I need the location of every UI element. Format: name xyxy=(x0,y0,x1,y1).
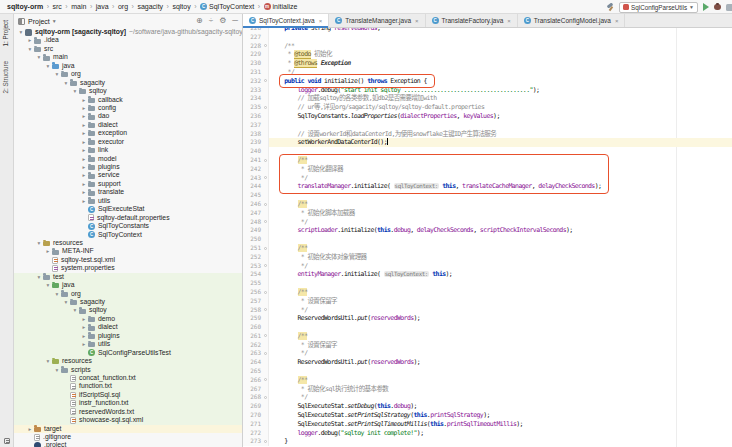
tree-row-utils[interactable]: ▸utils xyxy=(14,197,242,205)
code-line-243[interactable]: 243 */ xyxy=(243,174,732,183)
chevron-collapsed-icon[interactable]: ▸ xyxy=(80,96,88,104)
line-number[interactable]: 230 xyxy=(243,59,269,68)
line-number[interactable]: 252 xyxy=(243,253,269,262)
code-line-273[interactable]: 273 } xyxy=(243,437,732,446)
chevron-expanded-icon[interactable]: ▾ xyxy=(26,45,34,53)
code-line-265[interactable]: 265 xyxy=(243,367,732,376)
tree-row-exception[interactable]: ▸exception xyxy=(14,129,242,137)
code-line-271[interactable]: 271 SqlExecuteStat.setPrintSqlTimeoutMil… xyxy=(243,420,732,429)
breadcrumb-item[interactable]: sqltoy xyxy=(172,3,190,10)
chevron-collapsed-icon[interactable]: ▸ xyxy=(80,188,88,196)
code-line-268[interactable]: 268 */ xyxy=(243,393,732,402)
fold-marker-icon[interactable] xyxy=(264,440,267,443)
close-icon[interactable]: × xyxy=(507,18,511,24)
line-number[interactable]: 241 xyxy=(243,156,269,165)
fold-marker-icon[interactable] xyxy=(264,352,267,355)
code-line-230[interactable]: 230 * @throws Exception xyxy=(243,59,732,68)
tool-strip-item-1-project[interactable]: 1: Project xyxy=(2,20,12,47)
line-number[interactable]: 244 xyxy=(243,182,269,191)
tree-row-config[interactable]: ▸config xyxy=(14,104,242,112)
line-number[interactable]: 267 xyxy=(243,385,269,394)
code-line-238[interactable]: 238 // 设置workerId和dataCenterId,为使用snowfl… xyxy=(243,130,732,139)
code-line-246[interactable]: 246 /** xyxy=(243,200,732,209)
code-line-261[interactable]: 261 /** xyxy=(243,332,732,341)
code-line-241[interactable]: 241 /** xyxy=(243,156,732,165)
chevron-collapsed-icon[interactable]: ▸ xyxy=(26,425,34,433)
tree-row-translate[interactable]: ▸translate xyxy=(14,188,242,196)
tree-row-resources[interactable]: ▾resources xyxy=(14,239,242,247)
line-number[interactable]: 254 xyxy=(243,270,269,279)
fold-marker-icon[interactable] xyxy=(264,334,267,337)
chevron-expanded-icon[interactable]: ▾ xyxy=(17,28,25,36)
code-line-245[interactable]: 245 xyxy=(243,191,732,200)
chevron-expanded-icon[interactable]: ▾ xyxy=(53,290,61,298)
chevron-collapsed-icon[interactable]: ▸ xyxy=(80,112,88,120)
line-number[interactable]: 246 xyxy=(243,200,269,209)
tree-row-link[interactable]: ▸link xyxy=(14,146,242,154)
tree-row-sagacity[interactable]: ▾sagacity xyxy=(14,79,242,87)
line-number[interactable]: 250 xyxy=(243,235,269,244)
chevron-collapsed-icon[interactable]: ▸ xyxy=(80,138,88,146)
code-line-239[interactable]: 239 setWorkerAndDataCenterId(); xyxy=(243,138,732,147)
code-line-260[interactable]: 260 xyxy=(243,323,732,332)
fold-marker-icon[interactable] xyxy=(264,247,267,250)
line-number[interactable]: 257 xyxy=(243,297,269,306)
tree-row-sqlconfigparseutilstest[interactable]: CSqlConfigParseUtilsTest xyxy=(14,349,242,357)
tree-row-sqltoy[interactable]: ▾sqltoy xyxy=(14,87,242,95)
tree-row--project[interactable]: .project xyxy=(14,441,242,447)
tree-row-target[interactable]: ▸target xyxy=(14,425,242,433)
line-number[interactable]: 243 xyxy=(243,174,269,183)
breadcrumb-item[interactable]: sqltoy-orm xyxy=(7,3,43,10)
locate-icon[interactable]: ⊕ xyxy=(196,14,203,28)
chevron-expanded-icon[interactable]: ▾ xyxy=(44,281,52,289)
chevron-collapsed-icon[interactable]: ▸ xyxy=(80,171,88,179)
tree-row-plugins[interactable]: ▸plugins xyxy=(14,163,242,171)
chevron-collapsed-icon[interactable]: ▸ xyxy=(80,197,88,205)
tab-sqltoycontext-java[interactable]: CSqlToyContext.java× xyxy=(243,14,329,27)
tree-row-meta-inf[interactable]: ▸META-INF xyxy=(14,247,242,255)
code-line-240[interactable]: 240 xyxy=(243,147,732,156)
chevron-expanded-icon[interactable]: ▾ xyxy=(44,357,52,365)
code-line-272[interactable]: 272 logger.debug("sqltoy init complete!"… xyxy=(243,429,732,438)
chevron-collapsed-icon[interactable]: ▸ xyxy=(26,36,34,44)
tree-row-callback[interactable]: ▸callback xyxy=(14,96,242,104)
tree-row-scripts[interactable]: ▾scripts xyxy=(14,366,242,374)
close-icon[interactable]: × xyxy=(319,18,323,24)
tab-translatefactory-java[interactable]: CTranslateFactory.java× xyxy=(426,14,518,27)
run-config-dropdown[interactable]: SqlConfigParseUtils ▼ xyxy=(619,2,698,13)
line-number[interactable]: 239 xyxy=(243,138,269,147)
fold-marker-icon[interactable] xyxy=(264,176,267,179)
breadcrumb-item[interactable]: org xyxy=(118,3,128,10)
code-line-236[interactable]: 236 SqlToyConstants.loadProperties(diale… xyxy=(243,112,732,121)
line-number[interactable]: 248 xyxy=(243,218,269,227)
code-line-234[interactable]: 234 // 加载sqltoy的各类参数,如db2是否需要增加with xyxy=(243,94,732,103)
code-line-256[interactable]: 256 /** xyxy=(243,288,732,297)
tree-row-org[interactable]: ▾org xyxy=(14,70,242,78)
line-number[interactable]: 268 xyxy=(243,393,269,402)
code-line-247[interactable]: 247 * 初始化脚本加载器 xyxy=(243,209,732,218)
code-line-253[interactable]: 253 */ xyxy=(243,262,732,271)
coverage-icon[interactable] xyxy=(726,4,732,11)
tree-row-dialect[interactable]: ▸dialect xyxy=(14,121,242,129)
chevron-collapsed-icon[interactable]: ▸ xyxy=(80,129,88,137)
tree-row-sqltoy-orm-sagacity-sqltoy-[interactable]: ▾sqltoy-orm [sagacity-sqltoy]~/software/… xyxy=(14,28,242,36)
line-number[interactable]: 240 xyxy=(243,147,269,156)
build-hammer-icon[interactable] xyxy=(606,3,614,11)
line-number[interactable]: 249 xyxy=(243,226,269,235)
line-number[interactable]: 237 xyxy=(243,121,269,130)
chevron-expanded-icon[interactable]: ▾ xyxy=(71,87,79,95)
tree-row--gitignore[interactable]: .gitignore xyxy=(14,433,242,441)
line-number[interactable]: 272 xyxy=(243,429,269,438)
editor-body[interactable]: 226 private String reservedWords;227228 … xyxy=(243,28,732,447)
line-number[interactable]: 269 xyxy=(243,402,269,411)
breadcrumb-item[interactable]: minitialize xyxy=(264,3,298,10)
tree-row-concat_function-txt[interactable]: concat_function.txt xyxy=(14,374,242,382)
chevron-expanded-icon[interactable]: ▾ xyxy=(62,79,70,87)
code-line-258[interactable]: 258 */ xyxy=(243,306,732,315)
code-line-263[interactable]: 263 */ xyxy=(243,349,732,358)
code-line-248[interactable]: 248 */ xyxy=(243,218,732,227)
chevron-expanded-icon[interactable]: ▾ xyxy=(35,239,43,247)
chevron-collapsed-icon[interactable]: ▸ xyxy=(44,247,52,255)
toolwindow-switcher-icon[interactable] xyxy=(4,438,10,444)
chevron-collapsed-icon[interactable]: ▸ xyxy=(80,121,88,129)
